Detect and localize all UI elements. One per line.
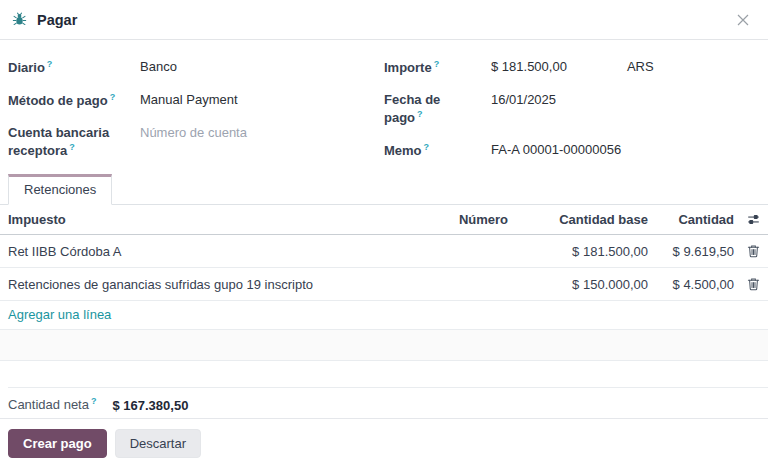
help-icon: ?: [47, 59, 53, 69]
metodo-value[interactable]: Manual Payment: [140, 91, 384, 109]
dialog-title: Pagar: [37, 12, 77, 28]
notebook-tabbar: Retenciones: [0, 174, 768, 205]
column-header-impuesto[interactable]: Impuesto: [0, 210, 388, 229]
field-metodo-de-pago: Método de pago? Manual Payment: [8, 91, 384, 110]
help-icon: ?: [434, 59, 440, 69]
cantidad-cell[interactable]: $ 9.619,50: [648, 242, 734, 261]
fecha-value[interactable]: 16/01/2025: [491, 91, 760, 109]
field-cuenta-bancaria: Cuenta bancaria receptora? Número de cue…: [8, 124, 384, 160]
help-icon: ?: [417, 109, 423, 119]
create-payment-button[interactable]: Crear pago: [8, 429, 107, 458]
payment-form: Diario? Banco Método de pago? Manual Pay…: [0, 40, 768, 166]
memo-value[interactable]: FA-A 00001-00000056: [491, 141, 760, 159]
add-line-link[interactable]: Agregar una línea: [0, 301, 119, 329]
dialog-header: Pagar: [0, 0, 768, 40]
numero-cell[interactable]: [388, 249, 508, 253]
help-icon: ?: [91, 396, 97, 406]
table-row: Retenciones de ganancias sufridas gupo 1…: [0, 268, 768, 301]
table-row: Ret IIBB Córdoba A $ 181.500,00 $ 9.619,…: [0, 235, 768, 268]
net-amount-row: Cantidad neta? $ 167.380,50: [0, 388, 768, 420]
importe-amount[interactable]: $ 181.500,00: [491, 58, 624, 76]
impuesto-cell[interactable]: Retenciones de ganancias sufridas gupo 1…: [0, 275, 388, 294]
column-header-numero[interactable]: Número: [388, 210, 508, 229]
delete-row-icon[interactable]: [747, 244, 760, 258]
column-header-cantidad[interactable]: Cantidad: [648, 210, 734, 229]
field-fecha-de-pago: Fecha de pago? 16/01/2025: [384, 91, 760, 127]
fecha-label: Fecha de pago?: [384, 91, 491, 127]
discard-button[interactable]: Descartar: [115, 429, 201, 458]
retenciones-table: Impuesto Número Cantidad base Cantidad R…: [0, 205, 768, 361]
help-icon: ?: [110, 92, 116, 102]
optional-columns-icon[interactable]: [747, 213, 760, 226]
impuesto-cell[interactable]: Ret IIBB Córdoba A: [0, 242, 388, 261]
metodo-label: Método de pago?: [8, 91, 140, 110]
add-line-row: Agregar una línea: [0, 301, 768, 330]
currency-select[interactable]: ARS: [627, 59, 654, 74]
help-icon: ?: [424, 142, 430, 152]
cantidad-neta-value: $ 167.380,50: [112, 398, 188, 413]
close-icon[interactable]: [732, 9, 754, 31]
diario-label: Diario?: [8, 58, 140, 77]
numero-cell[interactable]: [388, 282, 508, 286]
field-importe: Importe? $ 181.500,00 ARS: [384, 58, 760, 77]
field-memo: Memo? FA-A 00001-00000056: [384, 141, 760, 160]
tab-retenciones[interactable]: Retenciones: [8, 174, 112, 205]
cantidad-base-cell[interactable]: $ 181.500,00: [508, 242, 648, 261]
diario-value[interactable]: Banco: [140, 58, 384, 76]
empty-list-row: [0, 330, 768, 361]
table-header-row: Impuesto Número Cantidad base Cantidad: [0, 205, 768, 235]
column-header-cantidad-base[interactable]: Cantidad base: [508, 210, 648, 229]
importe-value-wrap: $ 181.500,00 ARS: [491, 58, 760, 76]
delete-row-icon[interactable]: [747, 277, 760, 291]
cuenta-input[interactable]: Número de cuenta: [140, 124, 384, 142]
field-diario: Diario? Banco: [8, 58, 384, 77]
dialog-footer: Crear pago Descartar: [0, 418, 768, 470]
importe-label: Importe?: [384, 58, 491, 77]
cantidad-neta-label: Cantidad neta?: [8, 396, 96, 412]
cantidad-cell[interactable]: $ 4.500,00: [648, 275, 734, 294]
bug-icon: [12, 12, 27, 27]
memo-label: Memo?: [384, 141, 491, 160]
help-icon: ?: [69, 142, 75, 152]
cantidad-base-cell[interactable]: $ 150.000,00: [508, 275, 648, 294]
cuenta-label: Cuenta bancaria receptora?: [8, 124, 140, 160]
